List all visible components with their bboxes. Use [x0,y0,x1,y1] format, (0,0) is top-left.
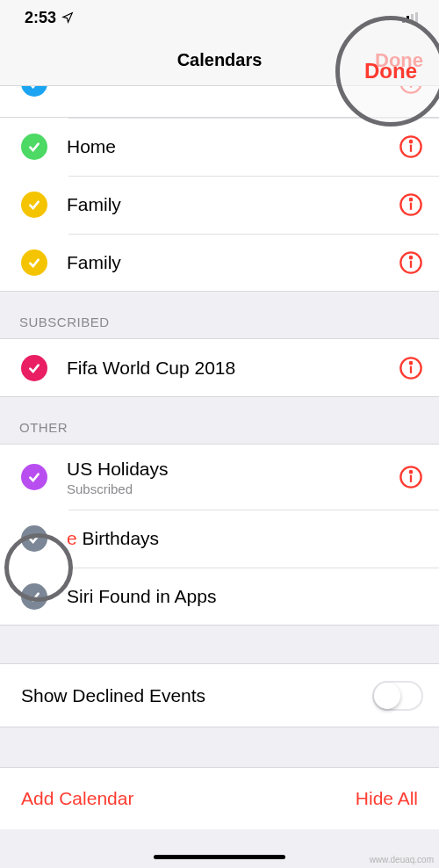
show-declined-row: Show Declined Events [0,664,439,727]
section-header-subscribed: SUBSCRIBED [0,292,439,339]
checkmark-icon [21,355,47,381]
switch-knob [374,683,400,709]
status-bar: 2:53 [0,0,439,35]
calendar-sublabel: Subscribed [67,481,399,496]
svg-point-15 [410,257,412,258]
calendar-row[interactable]: Home [0,118,439,176]
calendar-row[interactable]: Family [0,176,439,234]
checkmark-icon [21,464,47,490]
status-right [402,12,420,23]
signal-icon [402,12,420,23]
checkmark-icon [21,525,47,552]
info-icon[interactable] [399,465,423,489]
calendar-label: US Holidays [67,459,399,480]
footer: Add Calendar Hide All [0,768,439,829]
calendar-list: Calendar Home Family Family SUBSCRIBED F… [0,86,439,829]
svg-point-21 [410,471,412,473]
calendar-row[interactable]: Family [0,234,439,292]
status-time: 2:53 [25,9,56,27]
calendar-label: Family [67,252,399,273]
checkmark-icon [21,134,47,160]
hide-all-button[interactable]: Hide All [356,788,418,809]
calendar-label: Fifa World Cup 2018 [67,358,399,379]
calendar-label: Siri Found in Apps [67,586,423,607]
calendar-row[interactable]: Calendar [0,86,439,118]
status-time-group: 2:53 [25,9,74,27]
svg-point-18 [410,362,412,364]
nav-bar: Calendars Done [0,35,439,86]
done-button[interactable]: Done [375,49,423,72]
location-icon [61,11,74,24]
spacer [0,727,439,768]
info-icon[interactable] [399,250,423,275]
calendar-label: Family [67,194,399,215]
home-indicator[interactable] [154,855,285,859]
watermark: www.deuaq.com [370,855,434,864]
nav-title: Calendars [177,50,263,70]
svg-rect-0 [402,18,405,23]
section-header-other: OTHER [0,397,439,445]
svg-point-9 [410,141,412,142]
info-icon[interactable] [399,134,423,159]
calendar-label: e Birthdays [67,528,423,549]
spacer [0,626,439,664]
calendar-row[interactable]: Siri Found in Apps [0,568,439,626]
show-declined-label: Show Declined Events [21,685,205,706]
checkmark-icon [21,192,47,218]
svg-point-12 [410,199,412,200]
calendar-row[interactable]: Fifa World Cup 2018 [0,339,439,397]
info-icon[interactable] [399,192,423,217]
svg-rect-2 [411,14,414,23]
calendar-label: Calendar [67,86,399,88]
add-calendar-button[interactable]: Add Calendar [21,788,133,809]
checkmark-icon [21,86,47,97]
info-icon[interactable] [399,86,423,95]
checkmark-icon [21,583,47,610]
show-declined-switch[interactable] [372,681,423,711]
calendar-row[interactable]: US Holidays Subscribed [0,445,439,510]
svg-rect-1 [407,16,409,23]
calendar-row-birthdays[interactable]: e Birthdays [0,510,439,568]
svg-rect-3 [415,12,418,23]
calendar-label: Home [67,136,399,157]
checkmark-icon [21,250,47,276]
info-icon[interactable] [399,356,423,380]
